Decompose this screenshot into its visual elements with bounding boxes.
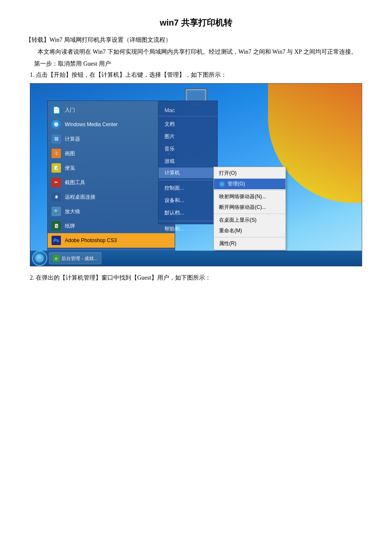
intro-paragraph: 本文将向读者说明在 Win7 下如何实现同个局域网内共享打印机。经过测试，Win… (26, 48, 366, 56)
ctx-item-properties[interactable]: 属性(R) (214, 238, 285, 249)
menu-label-snip: 截图工具 (65, 179, 85, 186)
ctx-item-open[interactable]: 打开(O) (214, 168, 285, 179)
right-panel-item-docs[interactable]: 文档 (159, 118, 217, 130)
menu-item-photoshop[interactable]: Ps Adobe Photoshop CS3 (48, 233, 175, 248)
step1-sub: 1. 点击【开始】按钮，在【计算机】上右键，选择【管理】，如下图所示： (30, 71, 366, 79)
right-panel-item-help[interactable]: 帮助和... (159, 223, 217, 235)
start-menu-right-panel: Mac 文档 图片 音乐 游戏 计算机 控制面... 设备和... 默认档...… (158, 101, 218, 224)
right-panel-item-control[interactable]: 控制面... (159, 182, 217, 194)
taskbar: e 后台管理 - 成就... (30, 251, 362, 266)
screenshot-1: www.bcex.com 📄 入门 ▶ (30, 83, 362, 266)
start-orb-icon (35, 254, 44, 263)
ctx-item-manage[interactable]: 管理(G) (214, 179, 285, 189)
menu-item-solitaire[interactable]: 🃏 纸牌 (48, 219, 175, 233)
start-button[interactable] (32, 251, 47, 266)
page-title: win7 共享打印机转 (26, 17, 366, 29)
taskbar-item-label: 后台管理 - 成就... (61, 255, 98, 262)
ctx-item-show-desktop[interactable]: 在桌面上显示(S) (214, 215, 285, 225)
right-panel-item-pics[interactable]: 图片 (159, 130, 217, 143)
menu-item-snip[interactable]: ✂ 截图工具 (48, 175, 175, 190)
menu-label-wmc: Windows Media Center (65, 121, 118, 127)
step1-heading: 第一步：取消禁用 Guest 用户 (34, 60, 366, 68)
ctx-item-rename[interactable]: 重命名(M) (214, 225, 285, 236)
menu-item-magnifier[interactable]: 🔍 放大镜 (48, 204, 175, 219)
right-panel-item-music[interactable]: 音乐 (159, 143, 217, 155)
user-name: Mac (164, 107, 175, 113)
right-panel-item-default[interactable]: 默认档... (159, 207, 217, 219)
menu-label-photoshop: Adobe Photoshop CS3 (65, 237, 117, 243)
svg-rect-4 (187, 91, 205, 101)
right-panel-item-games[interactable]: 游戏 (159, 155, 217, 168)
menu-label-rdp: 远程桌面连接 (65, 194, 95, 201)
menu-item-paint[interactable]: 🎨 画图 ▶ (48, 146, 175, 161)
menu-label-enter: 入门 (65, 107, 75, 114)
menu-item-wmc[interactable]: Windows Media Center (48, 117, 175, 132)
menu-item-rdp[interactable]: 🖥 远程桌面连接 (48, 190, 175, 204)
menu-item-calc[interactable]: 🔢 计算器 (48, 132, 175, 146)
menu-label-sticky: 便笺 (65, 165, 75, 172)
menu-label-paint: 画图 (65, 150, 75, 157)
taskbar-item-management[interactable]: e 后台管理 - 成就... (49, 252, 101, 264)
context-menu: 打开(O) 管理(G) 映射网络驱动器(N)... 断开网络驱动器(C)... … (213, 167, 286, 250)
right-panel-item-devices[interactable]: 设备和... (159, 194, 217, 207)
menu-label-calc: 计算器 (65, 136, 80, 143)
right-panel-computer-label: 计算机 (159, 168, 217, 178)
menu-label-solitaire: 纸牌 (65, 223, 75, 230)
step2-sub: 2. 在弹出的【计算机管理】窗口中找到【Guest】用户，如下图所示： (30, 274, 366, 282)
menu-item-sticky[interactable]: 📝 便笺 (48, 161, 175, 175)
ctx-item-map-drive[interactable]: 映射网络驱动器(N)... (214, 191, 285, 202)
start-menu[interactable]: 📄 入门 ▶ Windows Media Center 🔢 计算器 (47, 101, 175, 254)
menu-item-enter[interactable]: 📄 入门 ▶ (48, 103, 175, 117)
intro-tag: 【转载】Win7 局域网打印机共享设置（详细图文流程） (26, 36, 366, 44)
menu-label-magnifier: 放大镜 (65, 208, 80, 215)
ctx-item-disconnect-drive[interactable]: 断开网络驱动器(C)... (214, 202, 285, 213)
